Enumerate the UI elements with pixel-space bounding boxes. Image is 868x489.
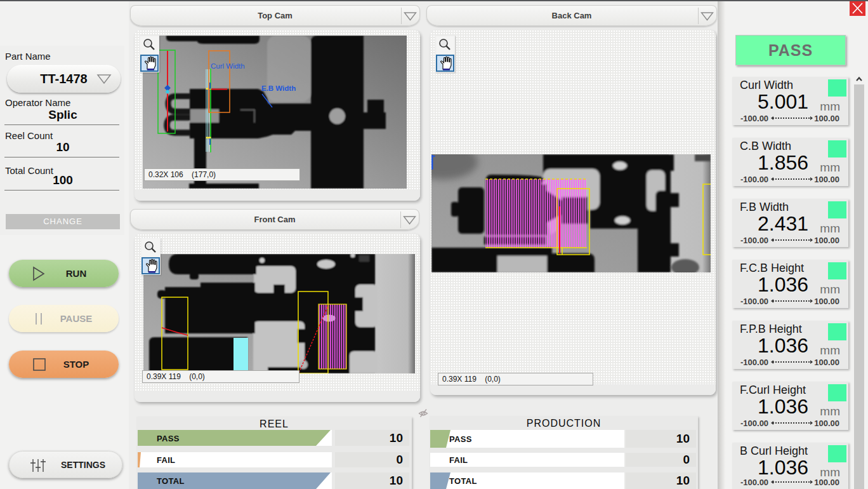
svg-text:E.B Width: E.B Width: [261, 84, 296, 92]
svg-text:Curl Width: Curl Width: [211, 62, 245, 70]
